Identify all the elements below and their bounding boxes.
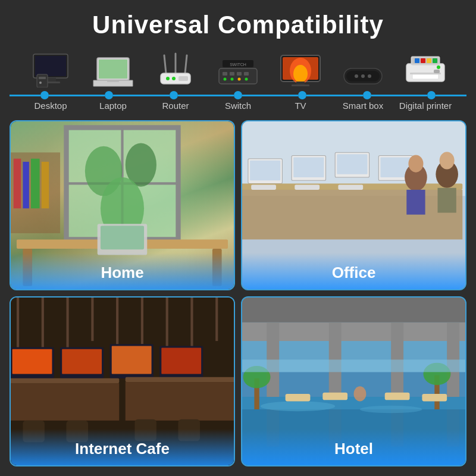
svg-point-38 — [368, 74, 371, 78]
svg-rect-44 — [427, 58, 431, 63]
device-printer — [394, 49, 457, 91]
main-container: Universal Compatibility — [0, 0, 476, 476]
svg-point-23 — [231, 78, 234, 81]
device-smartbox — [332, 49, 394, 91]
scene-home: Home — [10, 120, 235, 290]
scene-grid: Home — [10, 120, 466, 466]
device-laptop — [82, 49, 145, 91]
svg-rect-1 — [35, 56, 66, 76]
svg-rect-64 — [23, 162, 29, 208]
router-icon — [157, 49, 194, 87]
laptop-icon — [92, 49, 134, 87]
svg-rect-109 — [126, 382, 234, 421]
office-label: Office — [242, 253, 465, 289]
svg-rect-133 — [385, 393, 410, 400]
svg-rect-99 — [12, 349, 52, 374]
svg-rect-107 — [11, 383, 119, 421]
svg-line-10 — [164, 55, 166, 73]
svg-rect-74 — [337, 154, 367, 174]
svg-line-12 — [185, 55, 187, 73]
svg-point-31 — [293, 65, 308, 83]
svg-rect-5 — [39, 77, 46, 79]
svg-rect-91 — [67, 298, 69, 353]
switch-icon: SWITCH — [218, 49, 258, 87]
svg-rect-47 — [412, 74, 439, 79]
svg-point-24 — [238, 78, 241, 81]
svg-rect-131 — [286, 394, 311, 402]
svg-point-36 — [355, 74, 358, 78]
svg-rect-21 — [244, 72, 249, 76]
tv-icon — [280, 49, 321, 87]
svg-rect-43 — [421, 58, 425, 63]
svg-rect-90 — [42, 298, 44, 347]
svg-point-83 — [440, 152, 455, 169]
svg-rect-87 — [338, 185, 363, 190]
svg-rect-42 — [415, 58, 419, 63]
svg-rect-108 — [126, 377, 234, 382]
device-desktop — [20, 49, 82, 91]
device-tv — [270, 49, 332, 91]
svg-rect-20 — [237, 72, 242, 76]
cafe-label: Internet Cafe — [11, 429, 234, 465]
svg-rect-94 — [141, 298, 143, 344]
svg-rect-84 — [438, 188, 456, 213]
svg-rect-19 — [230, 72, 234, 76]
svg-rect-4 — [37, 74, 48, 87]
label-printer: Digital printer — [394, 101, 457, 111]
svg-rect-49 — [434, 70, 440, 73]
scene-office: Office — [241, 120, 466, 290]
svg-rect-130 — [242, 359, 465, 372]
svg-point-22 — [224, 78, 227, 81]
svg-rect-105 — [161, 348, 201, 374]
label-tv: TV — [270, 101, 332, 111]
svg-rect-103 — [112, 346, 152, 374]
svg-point-80 — [408, 155, 423, 172]
device-switch: SWITCH — [207, 49, 270, 91]
svg-rect-18 — [223, 72, 227, 76]
svg-rect-45 — [433, 58, 437, 63]
svg-rect-101 — [62, 349, 102, 374]
svg-rect-33 — [292, 84, 309, 86]
home-label: Home — [11, 253, 234, 289]
label-laptop: Laptop — [82, 101, 145, 111]
svg-rect-134 — [422, 394, 447, 402]
svg-rect-9 — [107, 80, 119, 82]
scene-hotel: Hotel — [241, 296, 466, 466]
svg-rect-8 — [99, 60, 127, 79]
printer-icon — [404, 49, 447, 87]
label-router: Router — [145, 101, 207, 111]
svg-rect-66 — [42, 162, 49, 208]
label-desktop: Desktop — [20, 101, 82, 111]
svg-rect-93 — [116, 298, 118, 350]
svg-rect-97 — [215, 298, 218, 341]
page-title: Universal Compatibility — [92, 11, 384, 39]
svg-rect-132 — [322, 393, 347, 400]
svg-point-15 — [172, 77, 176, 80]
smartbox-icon — [342, 49, 384, 87]
hotel-label: Hotel — [242, 429, 465, 465]
svg-rect-86 — [295, 185, 320, 190]
svg-point-25 — [245, 78, 248, 81]
svg-rect-70 — [250, 161, 280, 180]
svg-point-14 — [166, 77, 170, 80]
desktop-icon — [32, 49, 69, 87]
device-router — [145, 49, 207, 91]
svg-rect-61 — [101, 226, 144, 249]
svg-rect-117 — [242, 298, 465, 322]
svg-rect-85 — [251, 185, 276, 190]
svg-rect-32 — [296, 82, 305, 84]
svg-rect-81 — [406, 190, 425, 215]
svg-point-6 — [39, 82, 42, 84]
device-icons-row: SWITCH — [10, 49, 466, 91]
svg-point-124 — [261, 401, 335, 411]
scene-cafe: Internet Cafe — [10, 296, 235, 466]
svg-rect-106 — [11, 378, 119, 383]
svg-point-135 — [354, 386, 367, 401]
svg-text:SWITCH: SWITCH — [230, 62, 246, 67]
svg-rect-72 — [293, 158, 324, 177]
svg-point-48 — [437, 65, 440, 69]
label-switch: Switch — [207, 101, 270, 111]
svg-point-125 — [360, 406, 422, 414]
label-smartbox: Smart box — [332, 101, 394, 111]
svg-rect-63 — [14, 159, 21, 209]
